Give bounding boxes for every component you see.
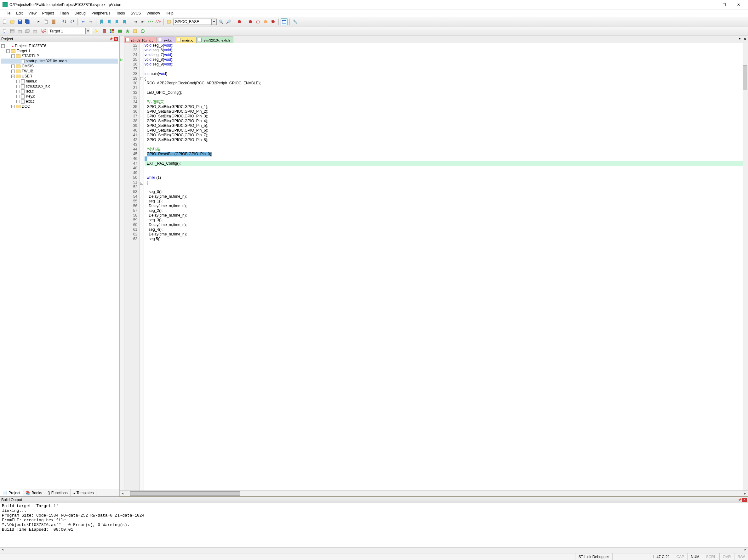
sidebar-tab-project[interactable]: 📄Project [0, 489, 23, 496]
menu-peripherals[interactable]: Peripherals [89, 10, 113, 16]
nav-back-button[interactable]: ⇐ [80, 18, 87, 25]
tree-item[interactable]: +CMSIS [1, 64, 118, 69]
menu-debug[interactable]: Debug [72, 10, 88, 16]
code-content[interactable]: void seg_5(void);void seg_6(void);void s… [144, 43, 743, 490]
target-combo[interactable]: ▼ [48, 28, 92, 34]
rebuild-button[interactable] [16, 28, 23, 34]
paste-button[interactable] [50, 18, 57, 25]
pack-installer-button[interactable] [117, 28, 123, 34]
breakpoint-insert-button[interactable] [247, 18, 254, 25]
save-button[interactable] [16, 18, 23, 25]
manage-multi-button[interactable] [108, 28, 115, 34]
editor-hscrollbar[interactable]: ◄► [120, 490, 748, 496]
project-tree[interactable]: −⬧ Project: F103Z8T6−Target 1−STARTUPsta… [0, 42, 119, 489]
find-button[interactable]: 🔍 [217, 18, 224, 25]
fold-gutter[interactable]: -- [140, 43, 144, 490]
select-software-button[interactable] [132, 28, 139, 34]
editor-close-icon[interactable]: ✕ [743, 37, 746, 41]
close-button[interactable]: ✕ [732, 0, 746, 9]
editor-dropdown-icon[interactable]: ▼ [738, 37, 741, 41]
target-input[interactable] [48, 29, 85, 33]
sidebar-tab-books[interactable]: 📚Books [23, 489, 45, 496]
manage-rte-button[interactable] [124, 28, 131, 34]
sidebar-tab-templates[interactable]: ⬧Templates [71, 489, 97, 496]
line-number-gutter: 2223242526272829303132333435363738394041… [124, 43, 140, 490]
find-dropdown-icon[interactable]: ▼ [211, 19, 216, 25]
maximize-button[interactable]: ☐ [717, 0, 731, 9]
indent-button[interactable]: ⇥ [132, 18, 139, 25]
configure-button[interactable]: 🔧 [291, 18, 299, 25]
editor-tab[interactable]: stm32f10x_it.c [124, 36, 157, 43]
editor-tab[interactable]: stm32f10x_exti.h [196, 36, 233, 43]
target-dropdown-icon[interactable]: ▼ [85, 28, 90, 34]
tree-item[interactable]: +led.c [1, 89, 118, 94]
uncomment-button[interactable]: //≢ [155, 18, 162, 25]
redo-button[interactable] [69, 18, 76, 25]
new-file-button[interactable] [1, 18, 8, 25]
menu-project[interactable]: Project [40, 10, 56, 16]
editor-tab[interactable]: main.c [175, 36, 197, 43]
marker-gutter: ▷ [120, 43, 124, 490]
menu-file[interactable]: File [2, 10, 13, 16]
undo-button[interactable] [61, 18, 68, 25]
code-editor[interactable]: ▷ 22232425262728293031323334353637383940… [120, 43, 748, 490]
outdent-button[interactable]: ⇤ [140, 18, 146, 25]
menu-help[interactable]: Help [163, 10, 176, 16]
batch-build-button[interactable] [24, 28, 31, 34]
find-combo[interactable]: ▼ [173, 19, 217, 25]
minimize-button[interactable]: ─ [703, 0, 717, 9]
tree-item[interactable]: −Target 1 [1, 48, 118, 53]
build-output-close-button[interactable]: ✕ [742, 498, 747, 502]
tree-item[interactable]: −USER [1, 74, 118, 79]
panel-close-button[interactable]: ✕ [114, 37, 118, 41]
tree-item[interactable]: +exit.c [1, 99, 118, 104]
find-input[interactable] [173, 20, 211, 24]
breakpoint-disable-button[interactable] [255, 18, 261, 25]
window-button[interactable] [281, 18, 287, 25]
debug-button[interactable] [236, 18, 243, 25]
save-all-button[interactable] [24, 18, 31, 25]
menu-edit[interactable]: Edit [14, 10, 25, 16]
refresh-button[interactable] [139, 28, 146, 34]
tree-item[interactable]: startup_stm32f10x_md.s [1, 58, 118, 64]
menu-window[interactable]: Window [144, 10, 163, 16]
tree-item[interactable]: +main.c [1, 79, 118, 84]
menu-tools[interactable]: Tools [114, 10, 127, 16]
editor-vscrollbar[interactable] [743, 43, 748, 490]
translate-button[interactable] [1, 28, 8, 34]
nav-forward-button[interactable]: ⇒ [87, 18, 94, 25]
menu-svcs[interactable]: SVCS [128, 10, 144, 16]
open-file-button[interactable] [9, 18, 16, 25]
menu-view[interactable]: View [26, 10, 39, 16]
tree-item[interactable]: +DOC [1, 104, 118, 109]
stop-build-button[interactable] [31, 28, 39, 34]
tree-item[interactable]: +stm32f10x_it.c [1, 84, 118, 89]
find-in-files-button[interactable] [166, 18, 172, 25]
tree-item[interactable]: −⬧ Project: F103Z8T6 [1, 44, 118, 48]
bookmark-prev-button[interactable] [106, 18, 113, 25]
file-ext-button[interactable] [101, 28, 108, 34]
tree-item[interactable]: +FWLIB [1, 69, 118, 74]
panel-pin-icon[interactable]: 📌 [109, 37, 113, 41]
tree-item[interactable]: +Key.c [1, 94, 118, 99]
bookmark-button[interactable] [98, 18, 105, 25]
svg-rect-31 [134, 30, 137, 33]
breakpoint-kill-all-button[interactable] [270, 18, 277, 25]
sidebar-tab-functions[interactable]: {}Functions [45, 489, 71, 496]
options-button[interactable]: ✨ [93, 28, 99, 34]
copy-button[interactable] [43, 18, 49, 25]
download-button[interactable]: LOAD [40, 28, 47, 34]
build-output-pin-icon[interactable]: 📌 [737, 498, 742, 502]
bookmark-next-button[interactable] [113, 18, 120, 25]
incremental-find-button[interactable]: 🔎 [225, 18, 232, 25]
cut-button[interactable]: ✂ [35, 18, 42, 25]
bookmark-clear-button[interactable] [121, 18, 128, 25]
editor-tab[interactable]: exit.c [157, 36, 176, 43]
build-button[interactable] [9, 28, 16, 34]
tree-item[interactable]: −STARTUP [1, 53, 118, 58]
menu-flash[interactable]: Flash [57, 10, 71, 16]
build-output-hscrollbar[interactable]: ◄ ► [0, 547, 748, 553]
breakpoint-disable-all-button[interactable] [262, 18, 269, 25]
build-output-text[interactable]: Build target 'Target 1' linking... Progr… [0, 503, 748, 547]
comment-button[interactable]: //≡ [147, 18, 154, 25]
